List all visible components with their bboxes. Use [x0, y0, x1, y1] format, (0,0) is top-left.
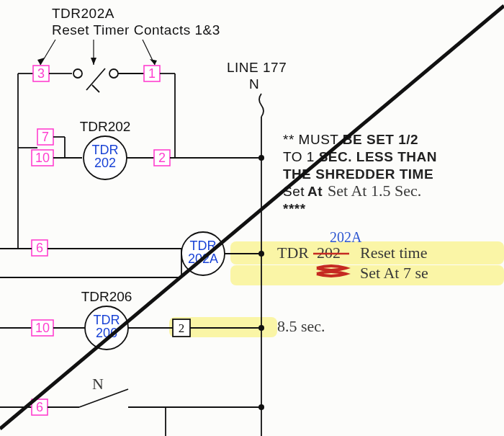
- hand-resettime: Reset time: [360, 244, 427, 262]
- title-line2: Reset Timer Contacts 1&3: [52, 22, 220, 37]
- title-arrows: [37, 40, 157, 65]
- line177-n: N: [249, 76, 259, 92]
- svg-point-42: [258, 404, 264, 410]
- svg-point-9: [73, 69, 82, 78]
- svg-line-0: [40, 40, 55, 65]
- hand-202strike: 202: [317, 244, 341, 262]
- title-line1: TDR202A: [52, 6, 114, 21]
- bottom-rung: 6 N: [0, 375, 264, 436]
- hand-set15: Set At 1.5 Sec.: [328, 182, 421, 200]
- terminal-10b: 10: [35, 321, 50, 335]
- terminal-6b: 6: [36, 400, 43, 414]
- svg-line-38: [79, 389, 128, 407]
- terminal-3: 3: [37, 66, 45, 81]
- svg-line-12: [92, 85, 99, 92]
- note-star: **: [283, 132, 294, 147]
- coil-tdr206-label: TDR206: [81, 289, 132, 304]
- terminal-7: 7: [42, 130, 49, 144]
- hand-202A: 202A: [330, 229, 362, 245]
- svg-point-30: [258, 251, 264, 257]
- svg-marker-5: [150, 59, 157, 65]
- hand-set7: Set At 7 se: [360, 264, 428, 282]
- hand-n: N: [92, 375, 104, 393]
- svg-text:TO 1 SEC. LESS THAN: TO 1 SEC. LESS THAN: [283, 149, 437, 164]
- coil-tdr202-bot: 202: [94, 156, 116, 170]
- note-l4a: Set: [283, 184, 305, 199]
- svg-point-10: [109, 69, 118, 78]
- terminal-6a: 6: [36, 241, 43, 255]
- terminal-1: 1: [148, 66, 156, 81]
- terminal-10a: 10: [35, 151, 50, 165]
- line177-label: LINE 177: [227, 60, 287, 75]
- note-l5: ****: [283, 201, 306, 216]
- note-l1b: BE SET 1/2: [343, 132, 418, 147]
- note-l2a: TO 1: [283, 149, 319, 164]
- terminal-2: 2: [158, 151, 166, 165]
- hand-tdr: TDR: [277, 244, 309, 262]
- hand-85sec: 8.5 sec.: [277, 317, 325, 335]
- note-l2b: SEC. LESS THAN: [319, 149, 437, 164]
- coil-tdr202-top: TDR: [92, 143, 119, 157]
- tdr202-rung: 7 10 TDR 202 TDR202 2: [18, 119, 264, 179]
- schematic-canvas: TDR202A Reset Timer Contacts 1&3 3 1: [0, 0, 504, 436]
- note-l4b: At: [307, 184, 323, 199]
- svg-marker-3: [91, 58, 96, 65]
- block-2-text: 2: [179, 321, 185, 335]
- coil-tdr202-label: TDR202: [80, 119, 131, 134]
- svg-line-11: [86, 68, 105, 90]
- coil-tdr206-top: TDR: [94, 313, 120, 327]
